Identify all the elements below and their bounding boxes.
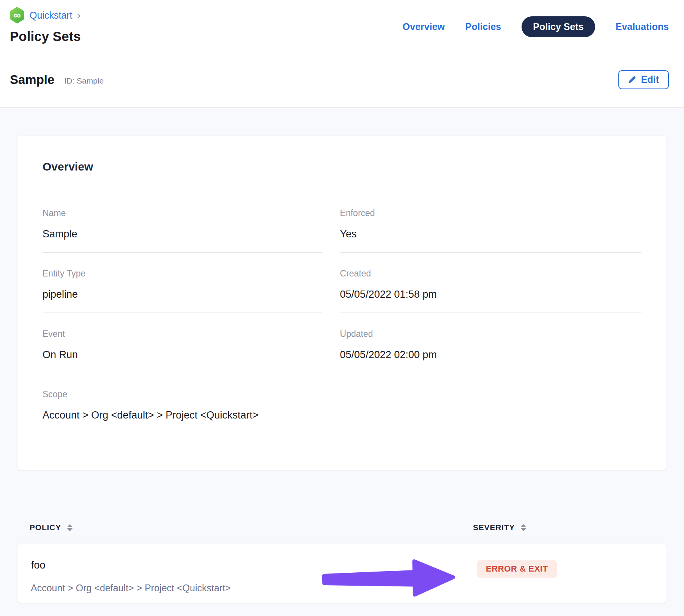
field-label: Event [43,329,322,339]
severity-badge: ERROR & EXIT [477,560,557,578]
field-value: 05/05/2022 02:00 pm [340,349,641,361]
entity-subheader: Sample ID: Sample Edit [0,52,684,108]
infinity-glyph: ∞ [13,9,20,21]
policy-table-header: POLICY SEVERITY [17,523,667,532]
field-label: Scope [43,389,322,400]
header-tabs: Overview Policies Policy Sets Evaluation… [403,16,669,37]
sort-icon [67,524,72,531]
sort-icon [521,524,526,531]
tab-policies[interactable]: Policies [465,21,501,32]
chevron-right-icon: › [77,11,81,20]
overview-fields: Name Sample Enforced Yes Entity Type pip… [43,208,641,433]
edit-button-label: Edit [641,74,659,85]
field-updated: Updated 05/05/2022 02:00 pm [340,329,641,373]
column-header-policy-label: POLICY [30,523,61,532]
tab-evaluations[interactable]: Evaluations [616,21,669,32]
field-entity-type: Entity Type pipeline [43,269,322,313]
policy-scope: Account > Org <default> > Project <Quick… [31,583,231,594]
header-left: ∞ Quickstart › Policy Sets [9,7,81,52]
overview-card: Overview Name Sample Enforced Yes Entity… [17,136,667,470]
entity-title: Sample [10,73,54,87]
column-header-severity-label: SEVERITY [473,523,515,532]
breadcrumb-link-quickstart[interactable]: Quickstart [30,10,72,21]
field-scope: Scope Account > Org <default> > Project … [43,389,322,433]
field-value: Account > Org <default> > Project <Quick… [43,409,322,421]
page-title: Policy Sets [10,29,81,44]
field-value: Yes [340,228,641,240]
field-value: pipeline [43,289,322,300]
field-label: Name [43,208,322,218]
field-value: Sample [43,228,322,240]
edit-button[interactable]: Edit [618,70,669,89]
field-label: Created [340,269,641,279]
tab-policy-sets[interactable]: Policy Sets [522,16,595,37]
policy-name: foo [31,559,46,571]
top-header: ∞ Quickstart › Policy Sets Overview Poli… [0,0,684,52]
breadcrumb: ∞ Quickstart › [9,7,81,24]
field-event: Event On Run [43,329,322,373]
field-value: 05/05/2022 01:58 pm [340,289,641,300]
field-label: Updated [340,329,641,339]
pencil-icon [627,75,637,84]
field-created: Created 05/05/2022 01:58 pm [340,269,641,313]
project-logo-icon: ∞ [9,7,25,24]
field-value: On Run [43,349,322,361]
field-enforced: Enforced Yes [340,208,641,253]
annotation-arrow-icon [321,556,457,601]
tab-overview[interactable]: Overview [403,21,445,32]
policy-table-row[interactable]: foo Account > Org <default> > Project <Q… [17,544,667,603]
field-label: Enforced [340,208,641,218]
column-header-severity[interactable]: SEVERITY [473,523,667,532]
entity-id: ID: Sample [64,76,104,85]
overview-card-title: Overview [43,160,641,173]
main-content: Overview Name Sample Enforced Yes Entity… [0,136,684,603]
field-name: Name Sample [43,208,322,253]
column-header-policy[interactable]: POLICY [30,523,473,532]
field-label: Entity Type [43,269,322,279]
